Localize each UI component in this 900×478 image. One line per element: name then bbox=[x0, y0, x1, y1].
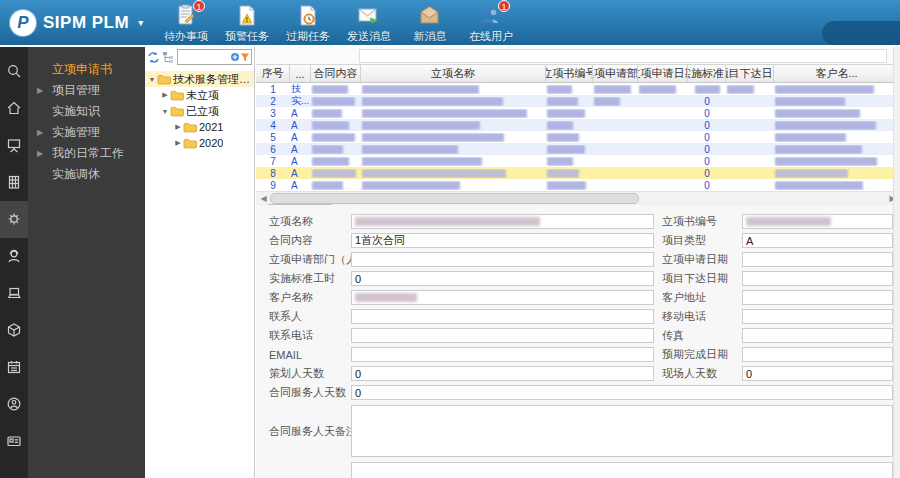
field-input-立项书编号[interactable] bbox=[742, 214, 893, 229]
cell-name bbox=[361, 181, 546, 190]
field-input-项目下达日期[interactable] bbox=[742, 271, 893, 286]
field-label: 传真 bbox=[654, 328, 742, 343]
rail-item-presentation[interactable] bbox=[0, 127, 28, 164]
rail-item-search[interactable] bbox=[0, 53, 28, 90]
chevron-expanded-icon[interactable]: ▼ bbox=[160, 108, 170, 115]
toolbar-item-new-message[interactable]: 新消息 bbox=[402, 1, 458, 44]
toolbar-item-overdue-task[interactable]: 过期任务 bbox=[280, 1, 336, 44]
column-header-name[interactable]: 立项名称 bbox=[361, 65, 546, 82]
column-header-num[interactable]: 序号 bbox=[256, 65, 290, 82]
table-row[interactable]: 6A0 bbox=[256, 143, 900, 155]
column-header-dept[interactable]: 立项申请部... bbox=[593, 65, 638, 82]
toolbar-item-label: 新消息 bbox=[414, 29, 447, 44]
column-header-code[interactable]: 立项书编号 bbox=[546, 65, 593, 82]
column-header-deliver[interactable]: 项目下达日... bbox=[726, 65, 774, 82]
chevron-collapsed-icon[interactable]: ▶ bbox=[173, 123, 183, 131]
tree-search-input[interactable] bbox=[178, 52, 230, 63]
rail-item-gear[interactable] bbox=[0, 201, 28, 238]
sidebar-item[interactable]: 实施知识 bbox=[28, 101, 145, 122]
field-input-立项申请部门（人）[interactable] bbox=[351, 252, 654, 267]
tree-node[interactable]: ▶2020 bbox=[145, 135, 254, 151]
rail-item-laptop[interactable] bbox=[0, 275, 28, 312]
field-input-合同内容[interactable]: 1首次合同 bbox=[351, 233, 654, 248]
field-input-项目类型[interactable]: A bbox=[742, 233, 893, 248]
field-input-策划人天数[interactable]: 0 bbox=[351, 366, 654, 381]
column-header-std[interactable]: 实施标准... bbox=[688, 65, 726, 82]
app-logo[interactable]: P SIPM PLM ▾ bbox=[0, 10, 148, 36]
rail-item-calendar[interactable] bbox=[0, 349, 28, 386]
field-input-立项名称[interactable] bbox=[351, 214, 654, 229]
column-header-date[interactable]: 立项申请日期 bbox=[638, 65, 688, 82]
toolbar-item-todo[interactable]: 1待办事项 bbox=[158, 1, 214, 44]
toolbar-item-warning-task[interactable]: 预警任务 bbox=[219, 1, 275, 44]
table-row[interactable]: 4A0 bbox=[256, 119, 900, 131]
tree-node[interactable]: ▶未立项 bbox=[145, 87, 254, 103]
rail-item-home[interactable] bbox=[0, 90, 28, 127]
sidebar-item[interactable]: 实施调休 bbox=[28, 164, 145, 185]
column-header-customer[interactable]: 客户名... bbox=[774, 65, 900, 82]
field-input-客户名称[interactable] bbox=[351, 290, 654, 305]
topbar-right-pill[interactable] bbox=[822, 21, 900, 45]
folder-icon bbox=[183, 122, 197, 133]
form-row: 合同服务人天备注 bbox=[269, 402, 893, 460]
field-input-联系电话[interactable] bbox=[351, 328, 654, 343]
chevron-collapsed-icon[interactable]: ▶ bbox=[173, 139, 183, 147]
search-filter-icon[interactable] bbox=[240, 52, 250, 62]
table-row[interactable]: 5A0 bbox=[256, 131, 900, 143]
refresh-icon[interactable] bbox=[147, 51, 160, 64]
redacted-value bbox=[695, 85, 720, 94]
field-input-现场人天数[interactable]: 0 bbox=[742, 366, 893, 381]
redacted-value bbox=[547, 121, 573, 130]
rail-item-support[interactable] bbox=[0, 238, 28, 275]
sidebar-item[interactable]: ▶我的日常工作 bbox=[28, 143, 145, 164]
field-input-预期完成日期[interactable] bbox=[742, 347, 893, 362]
field-input-立项申请日期[interactable] bbox=[742, 252, 893, 267]
field-input-客户地址[interactable] bbox=[742, 290, 893, 305]
field-input-联系人[interactable] bbox=[351, 309, 654, 324]
rail-item-cube[interactable] bbox=[0, 312, 28, 349]
tree-node[interactable]: ▶2021 bbox=[145, 119, 254, 135]
table-row[interactable]: 8A0 bbox=[256, 167, 900, 179]
table-row[interactable]: 1技 bbox=[256, 83, 900, 95]
tree-view-icon[interactable] bbox=[162, 51, 175, 64]
sidebar-item[interactable]: ▶项目管理 bbox=[28, 80, 145, 101]
toolbar-item-label: 预警任务 bbox=[225, 29, 269, 44]
grid-hscrollbar[interactable]: ◀ ▶ bbox=[256, 191, 900, 204]
tree-node[interactable]: ▼已立项 bbox=[145, 103, 254, 119]
chevron-expanded-icon[interactable]: ▼ bbox=[147, 76, 157, 83]
rail-item-idcard[interactable] bbox=[0, 423, 28, 460]
field-input-移动电话[interactable] bbox=[742, 309, 893, 324]
chevron-collapsed-icon[interactable]: ▶ bbox=[160, 91, 170, 99]
field-label: 预期完成日期 bbox=[654, 347, 742, 362]
logo-text: SIPM PLM bbox=[43, 13, 129, 33]
sidebar-item[interactable]: 立项申请书 bbox=[28, 59, 145, 80]
grid-filter-input[interactable] bbox=[359, 49, 887, 63]
toolbar-item-label: 发送消息 bbox=[347, 29, 391, 44]
column-header-contract[interactable]: 合同内容 bbox=[311, 65, 361, 82]
table-row[interactable]: 9A0 bbox=[256, 179, 900, 191]
field-input-合同服务人天备注[interactable] bbox=[351, 405, 893, 457]
right-scrollbar[interactable] bbox=[893, 47, 900, 478]
field-input-传真[interactable] bbox=[742, 328, 893, 343]
tree-node[interactable]: ▼技术服务管理_立项书分类 bbox=[145, 71, 254, 87]
table-row[interactable]: 2实...0 bbox=[256, 95, 900, 107]
cell-contract bbox=[311, 97, 361, 106]
scroll-left-icon[interactable]: ◀ bbox=[257, 192, 270, 204]
table-row[interactable]: 3A0 bbox=[256, 107, 900, 119]
scrollbar-thumb[interactable] bbox=[270, 193, 639, 204]
sidebar-item[interactable]: ▶实施管理 bbox=[28, 122, 145, 143]
field-input-合同服务人天数[interactable]: 0 bbox=[351, 385, 893, 400]
column-header-att[interactable]: ... bbox=[290, 65, 311, 82]
table-row[interactable]: 7A0 bbox=[256, 155, 900, 167]
sidebar-item-label: 项目管理 bbox=[52, 83, 100, 97]
toolbar-item-online-users[interactable]: 1在线用户 bbox=[463, 1, 519, 44]
field-input-extra[interactable] bbox=[351, 462, 893, 478]
field-label: 立项申请日期 bbox=[654, 252, 742, 267]
rail-item-building[interactable] bbox=[0, 164, 28, 201]
search-plus-icon[interactable] bbox=[230, 52, 240, 62]
topbar-items: 1待办事项预警任务过期任务发送消息新消息1在线用户 bbox=[158, 1, 519, 44]
rail-item-person[interactable] bbox=[0, 386, 28, 423]
field-input-EMAIL[interactable] bbox=[351, 347, 654, 362]
field-input-实施标准工时[interactable]: 0 bbox=[351, 271, 654, 286]
toolbar-item-send-message[interactable]: 发送消息 bbox=[341, 1, 397, 44]
